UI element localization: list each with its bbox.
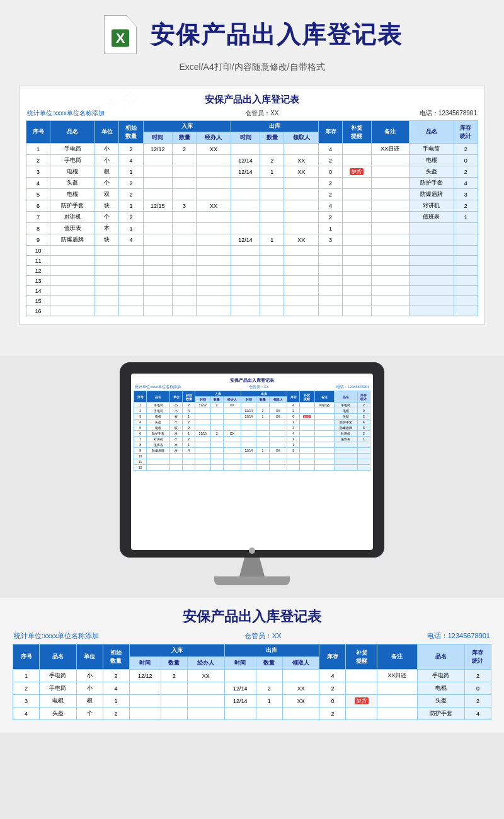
table-row <box>241 465 256 471</box>
table-row: 0 <box>464 682 491 695</box>
mini-table: 序号 品名 单位 初始数量 入库 出库 库存 补货提醒 备注 品名 库存统计 <box>134 391 370 471</box>
table-row <box>210 448 223 454</box>
table-row: 1 <box>119 200 143 212</box>
table-row <box>314 454 334 459</box>
table-row: 2 <box>103 670 129 682</box>
table-row: 2 <box>319 155 343 166</box>
table-row <box>409 234 454 246</box>
table-row <box>454 223 478 234</box>
table-row <box>173 234 197 246</box>
table-row: 13 <box>26 276 50 286</box>
table-row: 0 <box>287 414 300 420</box>
table-row: 12/14 <box>231 155 260 166</box>
table-row: 4 <box>464 707 491 720</box>
table-row <box>197 286 231 296</box>
bt-th-name: 品名 <box>40 644 77 670</box>
th-name2: 品名 <box>409 121 454 144</box>
table-row: 头盔 <box>147 420 170 425</box>
bottom-table: 序号 品名 单位 初始数量 入库 出库 库存 补货提醒 备注 品名 库存统计 时… <box>13 644 491 720</box>
table-row <box>143 246 172 256</box>
table-row <box>282 707 319 720</box>
th-time-out: 时间 <box>231 132 260 144</box>
table-row <box>143 234 172 246</box>
table-row: 15 <box>26 296 50 306</box>
th-remark: 备注 <box>371 121 409 144</box>
table-row: 0 <box>319 166 343 178</box>
bt-th-time-out: 时间 <box>224 657 256 670</box>
table-row: 2 <box>210 403 223 408</box>
table-row: 2 <box>464 670 491 682</box>
table-row <box>188 695 225 707</box>
table-row: 4 <box>454 178 478 189</box>
table-row: 2 <box>287 425 300 431</box>
table-row <box>173 246 197 256</box>
table-row: XX <box>223 403 241 408</box>
table-row: 4 <box>103 682 129 695</box>
table-row: 12/14 <box>231 166 260 178</box>
table-row: 2 <box>256 408 269 414</box>
table-row <box>314 448 334 454</box>
table-row <box>371 178 409 189</box>
table-row <box>119 286 143 296</box>
table-row: 手电筒 <box>40 682 77 695</box>
table-row <box>223 454 241 459</box>
table-row: 4 <box>183 448 195 454</box>
table-row <box>314 465 334 471</box>
table-row <box>197 306 231 316</box>
table-row <box>371 276 409 286</box>
table-row: 电棍 <box>147 425 170 431</box>
table-row <box>50 276 95 286</box>
table-row <box>231 306 260 316</box>
table-row <box>143 155 172 166</box>
table-row: 12/12 <box>195 403 210 408</box>
table-row: 手电筒 <box>409 144 454 155</box>
table-row: 12/12 <box>129 670 161 682</box>
table-row: 6 <box>134 431 147 437</box>
table-row <box>314 408 334 414</box>
table-row <box>195 425 210 431</box>
table-row <box>269 442 287 448</box>
table-row <box>314 442 334 448</box>
table-row <box>129 682 161 695</box>
table-row <box>357 459 370 465</box>
table-row: XX <box>269 414 287 420</box>
table-row <box>169 454 182 459</box>
table-row: 块 <box>95 200 119 212</box>
table-row <box>195 442 210 448</box>
table-row: 2 <box>357 414 370 420</box>
table-row <box>119 256 143 266</box>
table-row <box>284 144 319 155</box>
table-row: 4 <box>319 670 346 682</box>
monitor-dot <box>249 547 255 554</box>
table-row: 双 <box>169 425 182 431</box>
table-row <box>173 256 197 266</box>
table-row: 3 <box>26 166 50 178</box>
table-row: 3 <box>287 448 300 454</box>
table-row <box>287 459 300 465</box>
table-row <box>319 306 343 316</box>
table-row <box>343 178 371 189</box>
table-row <box>343 286 371 296</box>
table-row: 2 <box>183 420 195 425</box>
table-row: 值班表 <box>334 437 357 442</box>
table-row <box>231 276 260 286</box>
table-row <box>188 682 225 695</box>
table-row <box>300 420 314 425</box>
table-row: 防护手套 <box>334 420 357 425</box>
table-row <box>319 246 343 256</box>
table-row: 块 <box>169 431 182 437</box>
table-row <box>454 256 478 266</box>
table-row <box>346 670 377 682</box>
table-row: 4 <box>134 420 147 425</box>
table-row: 电棍 <box>334 408 357 414</box>
table-row: 头盔 <box>409 166 454 178</box>
sheet-title-top: 安保产品出入库登记表 <box>26 94 478 106</box>
table-row: 4 <box>119 155 143 166</box>
table-row: 小 <box>95 155 119 166</box>
table-row <box>241 420 256 425</box>
table-row <box>454 286 478 296</box>
table-row <box>210 425 223 431</box>
table-row <box>210 454 223 459</box>
table-row <box>119 276 143 286</box>
mini-info-left: 统计单位:xxxx单位名称添加 <box>135 385 181 389</box>
